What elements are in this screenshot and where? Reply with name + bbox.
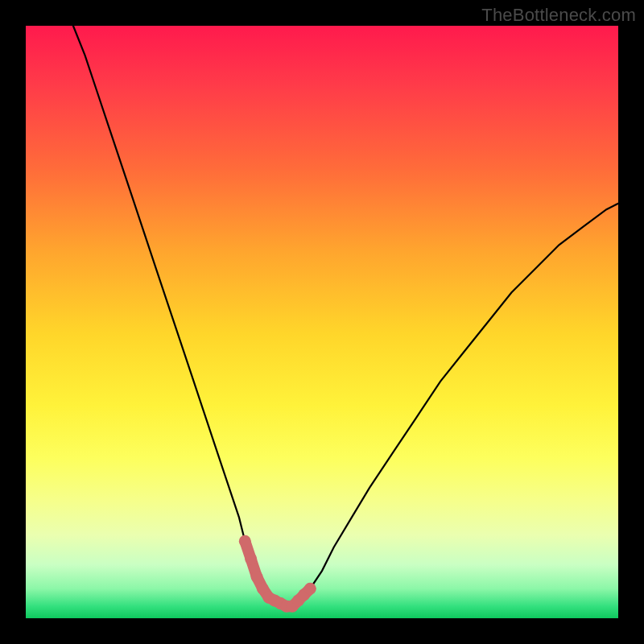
highlight-dot: [239, 535, 251, 547]
watermark-label: TheBottleneck.com: [481, 5, 636, 26]
plot-area: [26, 26, 618, 618]
curve-layer: [26, 26, 618, 618]
highlight-dot: [245, 553, 257, 565]
bottleneck-curve: [73, 26, 618, 606]
chart-frame: TheBottleneck.com: [0, 0, 644, 644]
highlight-dot: [251, 571, 263, 583]
highlight-dot: [304, 583, 316, 595]
